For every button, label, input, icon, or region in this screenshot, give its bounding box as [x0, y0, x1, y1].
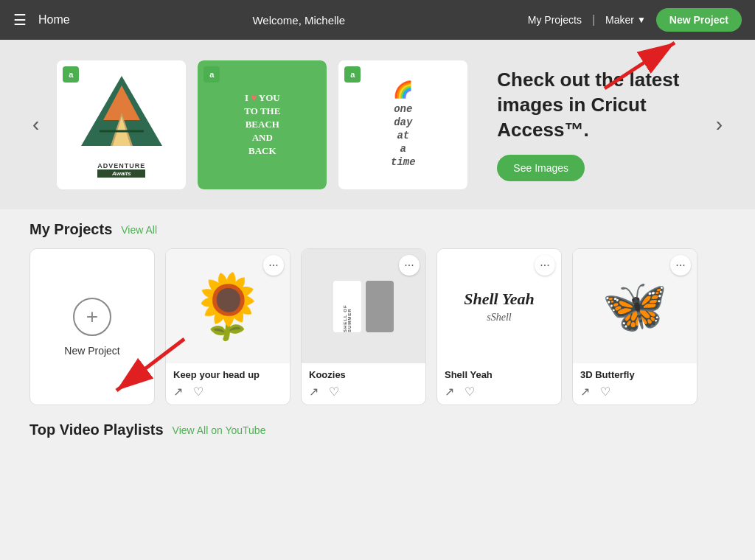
banner-card-adventure[interactable]: a [57, 60, 186, 189]
share-icon-4[interactable]: ↗ [580, 385, 590, 399]
project-card-sunflower: 🌻 ··· Keep your head up ↗ ♡ [165, 248, 290, 405]
cricut-badge-2: a [203, 66, 220, 83]
project-title-4: 3D Butterfly [580, 369, 689, 380]
video-playlists-header: Top Video Playlists View All on YouTube [29, 421, 726, 438]
header: ☰ Home Welcome, Michelle My Projects | M… [0, 0, 755, 40]
projects-grid: + New Project 🌻 ··· Keep your head up ↗ … [29, 248, 726, 405]
project-image-sunflower: 🌻 ··· [166, 249, 290, 363]
more-options-button-2[interactable]: ··· [399, 255, 420, 276]
cricut-badge-3: a [344, 66, 361, 83]
project-image-butterfly: 🦋 ··· [573, 249, 697, 363]
my-projects-title: My Projects [29, 221, 112, 238]
home-link[interactable]: Home [38, 13, 70, 27]
heart-icon-2[interactable]: ♡ [329, 385, 339, 399]
project-title-3: Shell Yeah [445, 369, 554, 380]
banner-promo-text: Check out the latest images in Cricut Ac… [482, 68, 697, 181]
my-projects-header: My Projects View All [29, 221, 726, 238]
video-playlists-title: Top Video Playlists [29, 421, 164, 438]
project-actions-1: ↗ ♡ [173, 385, 282, 399]
more-options-button-1[interactable]: ··· [263, 255, 284, 276]
project-title-1: Keep your head up [173, 369, 282, 380]
banner-card-beach[interactable]: a I ♥ YOU TO THE BEACH AND BACK [198, 60, 327, 189]
new-project-card-label: New Project [64, 345, 119, 357]
more-options-button-3[interactable]: ··· [535, 255, 555, 276]
project-image-shell-yeah: Shell Yeah sShell ··· [437, 249, 561, 363]
banner-prev-arrow[interactable]: ‹ [29, 113, 42, 136]
main-content: My Projects View All + New Project 🌻 ···… [0, 209, 755, 417]
share-icon-3[interactable]: ↗ [445, 385, 454, 399]
project-card-koozies: SHELL OF SUMMER ··· Koozies ↗ ♡ [301, 248, 426, 405]
koozie-can-2 [366, 281, 394, 332]
share-icon-2[interactable]: ↗ [309, 385, 319, 399]
banner-heading: Check out the latest images in Cricut Ac… [497, 68, 697, 142]
project-info-1: Keep your head up ↗ ♡ [166, 363, 290, 405]
heart-icon-3[interactable]: ♡ [465, 385, 475, 399]
see-images-button[interactable]: See Images [497, 155, 585, 181]
banner-next-arrow[interactable]: › [713, 113, 726, 136]
new-project-button[interactable]: New Project [656, 8, 742, 32]
sunflower-image: 🌻 [189, 275, 267, 337]
project-title-2: Koozies [309, 369, 418, 380]
plus-circle-icon: + [73, 298, 111, 336]
welcome-text: Welcome, Michelle [82, 14, 516, 27]
bottom-section: Top Video Playlists View All on YouTube [0, 417, 755, 438]
banner-images: a [57, 60, 467, 189]
project-info-3: Shell Yeah ↗ ♡ [437, 363, 561, 405]
project-actions-3: ↗ ♡ [445, 385, 554, 399]
share-icon-1[interactable]: ↗ [173, 385, 183, 399]
header-right: My Projects | Maker ▼ New Project [528, 8, 742, 32]
project-card-butterfly: 🦋 ··· 3D Butterfly ↗ ♡ [572, 248, 697, 405]
heart-icon-4[interactable]: ♡ [600, 385, 610, 399]
maker-dropdown[interactable]: Maker ▼ [605, 14, 646, 26]
koozie-can-1: SHELL OF SUMMER [333, 281, 361, 332]
project-actions-4: ↗ ♡ [580, 385, 689, 399]
project-image-koozies: SHELL OF SUMMER ··· [302, 249, 425, 363]
project-card-shell-yeah: Shell Yeah sShell ··· Shell Yeah ↗ ♡ [436, 248, 562, 405]
project-info-2: Koozies ↗ ♡ [302, 363, 425, 405]
more-options-button-4[interactable]: ··· [670, 255, 691, 276]
new-project-card[interactable]: + New Project [29, 248, 155, 405]
view-youtube-link[interactable]: View All on YouTube [173, 424, 266, 436]
my-projects-nav[interactable]: My Projects [528, 14, 582, 26]
project-actions-2: ↗ ♡ [309, 385, 418, 399]
banner-section: ‹ a [0, 40, 755, 209]
hamburger-icon[interactable]: ☰ [13, 11, 27, 29]
banner-card-oneday[interactable]: a 🌈 onedayatatime [338, 60, 467, 189]
heart-icon-1[interactable]: ♡ [193, 385, 203, 399]
project-info-4: 3D Butterfly ↗ ♡ [573, 363, 697, 405]
maker-chevron-icon: ▼ [637, 15, 646, 25]
view-all-link[interactable]: View All [121, 224, 157, 236]
